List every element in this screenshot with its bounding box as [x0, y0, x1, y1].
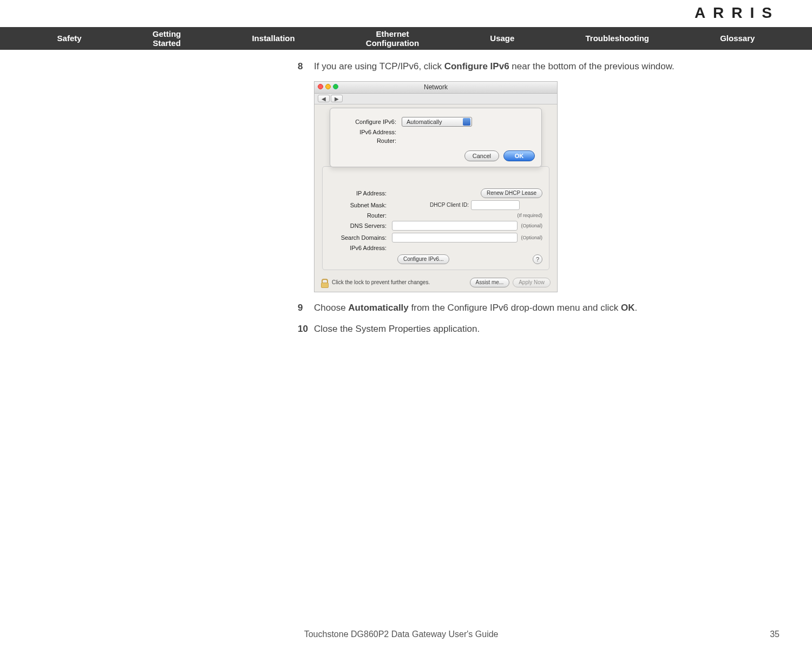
close-icon[interactable] — [318, 84, 323, 89]
dns-servers-label: DNS Servers: — [329, 222, 392, 229]
step-9: 9 Choose Automatically from the Configur… — [298, 301, 790, 315]
ok-button[interactable]: OK — [503, 150, 535, 161]
step-text: Choose Automatically from the Configure … — [314, 301, 790, 315]
step-text: Close the System Properties application. — [314, 322, 790, 336]
optional-note: (Optional) — [521, 223, 542, 228]
help-icon[interactable]: ? — [533, 254, 542, 264]
text-part: If you are using TCP/IPv6, click — [314, 61, 444, 71]
configure-ipv6-label: Configure IPv6: — [337, 119, 402, 125]
nav-troubleshooting[interactable]: Troubleshooting — [586, 34, 650, 43]
router-label: Router: — [337, 137, 402, 144]
nav-usage[interactable]: Usage — [490, 34, 514, 43]
step-10: 10 Close the System Properties applicati… — [298, 322, 790, 336]
tcpip-panel: IP Address: Renew DHCP Lease Subnet Mask… — [322, 166, 549, 270]
configure-ipv6-button[interactable]: Configure IPv6... — [397, 254, 449, 264]
content-area: 8 If you are using TCP/IPv6, click Confi… — [298, 60, 790, 344]
traffic-lights — [318, 84, 338, 89]
step-number: 10 — [298, 322, 314, 336]
nav-line2: Glossary — [720, 34, 755, 43]
nav-safety[interactable]: Safety — [57, 34, 82, 43]
step-number: 8 — [298, 60, 314, 74]
top-nav: Safety Getting Started Installation Ethe… — [0, 27, 812, 50]
text-bold: OK — [621, 303, 635, 313]
nav-line2: Started — [153, 38, 181, 48]
ipv6-address-label: IPv6 Address: — [337, 129, 402, 135]
router-label-2: Router: — [329, 212, 392, 219]
nav-line2: Safety — [57, 34, 82, 43]
screenshot-network-panel: Network ◀ ▶ Configure IPv6: Automaticall… — [314, 81, 558, 292]
ip-address-label: IP Address: — [329, 190, 392, 196]
dhcp-client-id-label: DHCP Client ID: — [430, 202, 469, 208]
window-title: Network — [424, 83, 448, 91]
back-button[interactable]: ◀ — [318, 95, 330, 102]
brand-logo: ARRIS — [695, 4, 780, 22]
window-titlebar: Network — [315, 82, 557, 94]
forward-button[interactable]: ▶ — [331, 95, 343, 102]
search-domains-label: Search Domains: — [329, 234, 392, 241]
optional-note-2: (Optional) — [521, 235, 542, 240]
page-number: 35 — [770, 630, 780, 639]
ipv6-address-label-2: IPv6 Address: — [329, 245, 392, 251]
lock-icon[interactable] — [321, 279, 329, 286]
page-footer: Touchstone DG860P2 Data Gateway User's G… — [32, 630, 780, 639]
text-bold: Configure IPv6 — [444, 61, 509, 71]
nav-line1: Ethernet — [366, 29, 419, 38]
dns-servers-input[interactable] — [392, 221, 518, 231]
step-number: 9 — [298, 301, 314, 315]
nav-getting-started[interactable]: Getting Started — [153, 29, 181, 48]
cancel-button[interactable]: Cancel — [464, 150, 499, 161]
nav-line2: Configuration — [366, 38, 419, 48]
ipv6-sheet: Configure IPv6: Automatically IPv6 Addre… — [330, 108, 542, 167]
text-part: . — [634, 303, 637, 313]
assist-me-button[interactable]: Assist me... — [470, 278, 510, 287]
text-part: near the bottom of the previous window. — [509, 61, 675, 71]
step-text: If you are using TCP/IPv6, click Configu… — [314, 60, 790, 74]
minimize-icon[interactable] — [325, 84, 331, 89]
nav-glossary[interactable]: Glossary — [720, 34, 755, 43]
nav-ethernet-config[interactable]: Ethernet Configuration — [366, 29, 419, 48]
lock-row: Click the lock to prevent further change… — [315, 274, 557, 292]
footer-title: Touchstone DG860P2 Data Gateway User's G… — [32, 630, 770, 639]
step-8: 8 If you are using TCP/IPv6, click Confi… — [298, 60, 790, 74]
nav-line1: Getting — [153, 29, 181, 38]
configure-ipv6-select[interactable]: Automatically — [402, 117, 472, 127]
nav-line2: Usage — [490, 34, 514, 43]
text-part: from the Configure IPv6 drop-down menu a… — [409, 303, 621, 313]
if-required-note: (If required) — [517, 213, 542, 218]
text-bold: Automatically — [348, 303, 408, 313]
apply-now-button[interactable]: Apply Now — [513, 278, 551, 287]
select-value: Automatically — [407, 119, 442, 125]
nav-line2: Troubleshooting — [586, 34, 650, 43]
subnet-mask-label: Subnet Mask: — [329, 202, 392, 208]
lock-text: Click the lock to prevent further change… — [332, 279, 430, 285]
search-domains-input[interactable] — [392, 233, 518, 242]
nav-installation[interactable]: Installation — [252, 34, 294, 43]
window-toolbar: ◀ ▶ — [315, 94, 557, 104]
nav-line2: Installation — [252, 34, 294, 43]
dhcp-client-id-input[interactable] — [471, 200, 520, 210]
text-part: Choose — [314, 303, 348, 313]
renew-dhcp-button[interactable]: Renew DHCP Lease — [481, 188, 542, 198]
zoom-icon[interactable] — [333, 84, 338, 89]
